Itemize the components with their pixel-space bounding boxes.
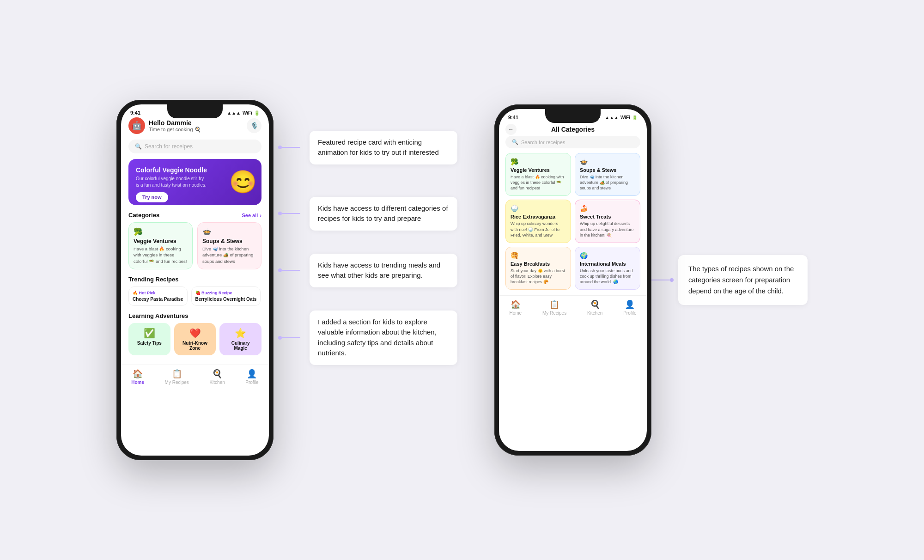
gc-name-2: Rice Extravaganza — [511, 214, 566, 219]
kitchen-label-1: Kitchen — [209, 380, 225, 385]
nav-kitchen-1[interactable]: 🍳 Kitchen — [209, 369, 225, 385]
avatar-emoji: 🤖 — [132, 121, 142, 131]
status-icons-2: ▲▲▲ WiFi 🔋 — [605, 115, 638, 120]
ann-bubble-1: Kids have access to different categories… — [310, 197, 457, 231]
gc-name-4: Easy Breakfasts — [511, 261, 566, 267]
gc-desc-0: Have a blast 🔥 cooking with veggies in t… — [511, 174, 566, 191]
search-bar-1[interactable]: 🔍 Search for receipes — [128, 140, 261, 153]
signal-icon-2: ▲▲▲ — [605, 115, 619, 120]
ann-dot-3 — [278, 336, 282, 340]
grid-sweet[interactable]: 🍰 Sweet Treats Whip up delightful desser… — [575, 200, 640, 243]
kitchen-icon-1: 🍳 — [212, 369, 222, 379]
trend-item-1[interactable]: 🍓 Buzzing Recipe Berrylicious Overnight … — [191, 286, 261, 306]
ann-dot-1 — [278, 212, 282, 215]
trend-item-0[interactable]: 🔥 Hot Pick Cheesy Pasta Paradise — [128, 286, 188, 306]
greeting-name: Hello Dammie — [149, 119, 201, 127]
back-button[interactable]: ← — [505, 124, 517, 135]
gc-name-1: Soups & Stews — [580, 167, 635, 173]
nav-home-2[interactable]: 🏠 Home — [509, 299, 522, 316]
try-now-button[interactable]: Try now — [136, 192, 168, 202]
safety-name: Safety Tips — [137, 341, 162, 346]
gc-desc-1: Dive 🤿 into the kitchen adventure 🏕️ of … — [580, 174, 635, 191]
learn-safety[interactable]: ✅ Safety Tips — [128, 323, 170, 355]
header-row: 🤖 Hello Dammie Time to get cooking 🍳 🎙️ — [128, 117, 261, 134]
kitchen-label-2: Kitchen — [587, 310, 602, 316]
home-label-2: Home — [509, 310, 522, 316]
gc-name-0: Veggie Ventures — [511, 167, 566, 173]
trend-badge-1: 🍓 Buzzing Recipe — [195, 291, 257, 295]
soups-name: Soups & Stews — [202, 238, 256, 244]
wifi-icon: WiFi — [243, 110, 252, 116]
search-icon-1: 🔍 — [135, 143, 142, 150]
nav-myrecipes-2[interactable]: 📋 My Recipes — [542, 299, 566, 316]
ann-bubble-3: I added a section for kids to explore va… — [310, 310, 457, 365]
kitchen-icon-2: 🍳 — [590, 299, 600, 310]
ann-line-1 — [278, 212, 300, 215]
myrecipes-label-1: My Recipes — [165, 380, 189, 385]
featured-card: Colorful Veggie Noodle Our colorful vegg… — [128, 159, 261, 205]
nav-kitchen-2[interactable]: 🍳 Kitchen — [587, 299, 602, 316]
mic-button[interactable]: 🎙️ — [247, 118, 261, 133]
nav-profile-1[interactable]: 👤 Profile — [245, 369, 258, 385]
culinary-icon: ⭐ — [235, 328, 246, 339]
trending-section-header: Trending Recipes — [128, 276, 261, 283]
home-icon-2: 🏠 — [511, 299, 521, 310]
battery-icon-2: 🔋 — [632, 115, 638, 120]
grid-rice[interactable]: 🍚 Rice Extravaganza Whip up culinary won… — [505, 200, 571, 243]
bottom-nav-1: 🏠 Home 📋 My Recipes 🍳 Kitchen 👤 Profile — [121, 365, 269, 387]
grid-soups[interactable]: 🍲 Soups & Stews Dive 🤿 into the kitchen … — [575, 153, 640, 196]
annotation-0: Featured recipe card with enticing anima… — [278, 131, 457, 164]
see-all-button[interactable]: See all › — [242, 213, 261, 218]
annotation-3: I added a section for kids to explore va… — [278, 310, 457, 365]
category-soups[interactable]: 🍲 Soups & Stews Dive 🤿 into the kitchen … — [197, 222, 261, 269]
trend-name-0: Cheesy Pasta Paradise — [133, 297, 183, 302]
veggie-desc: Have a blast 🔥 cooking with veggies in t… — [134, 246, 188, 264]
right-ann-dot — [670, 278, 674, 282]
gc-icon-4: 🥞 — [511, 252, 566, 259]
category-veggie[interactable]: 🥦 Veggie Ventures Have a blast 🔥 cooking… — [128, 222, 193, 269]
gc-icon-2: 🍚 — [511, 205, 566, 212]
time-2: 9:41 — [508, 115, 518, 120]
trending-title: Trending Recipes — [128, 276, 178, 283]
ann-hline-2 — [282, 270, 300, 271]
myrecipes-label-2: My Recipes — [542, 310, 566, 316]
grid-breakfast[interactable]: 🥞 Easy Breakfasts Start your day 🌞 with … — [505, 247, 571, 290]
profile-label-1: Profile — [245, 380, 258, 385]
home-icon-1: 🏠 — [133, 369, 143, 379]
nutri-name: Nutri-Know Zone — [179, 341, 212, 351]
right-ann-hline — [651, 280, 670, 280]
featured-emoji: 😊 — [229, 169, 257, 195]
profile-icon-2: 👤 — [625, 299, 635, 310]
profile-label-2: Profile — [623, 310, 636, 316]
nutri-icon: ❤️ — [189, 328, 201, 339]
soups-icon: 🍲 — [202, 227, 256, 236]
learn-culinary[interactable]: ⭐ Culinary Magic — [219, 323, 261, 355]
search-bar-2[interactable]: 🔍 Search for receipes — [505, 136, 640, 148]
categories-grid: 🥦 Veggie Ventures Have a blast 🔥 cooking… — [505, 153, 640, 290]
grid-international[interactable]: 🌍 International Meals Unleash your taste… — [575, 247, 640, 290]
ann-line-0 — [278, 146, 300, 149]
myrecipes-icon-1: 📋 — [172, 369, 182, 379]
ann-hline-0 — [282, 147, 300, 148]
trend-name-1: Berrylicious Overnight Oats — [195, 297, 257, 302]
learning-section-header: Learning Adventures — [128, 312, 261, 319]
search-placeholder-1: Search for receipes — [145, 143, 193, 150]
annotations-panel: Featured recipe card with enticing anima… — [278, 195, 457, 365]
notch — [167, 104, 223, 118]
search-placeholder-2: Search for receipes — [521, 140, 565, 145]
categories-section-header: Categories See all › — [128, 212, 261, 219]
ann-bubble-0: Featured recipe card with enticing anima… — [310, 131, 457, 164]
gc-icon-1: 🍲 — [580, 158, 635, 165]
gc-icon-3: 🍰 — [580, 205, 635, 212]
nav-home-1[interactable]: 🏠 Home — [131, 369, 144, 385]
myrecipes-icon-2: 📋 — [549, 299, 559, 310]
chevron-right-icon: › — [260, 213, 261, 218]
annotation-1: Kids have access to different categories… — [278, 197, 457, 231]
learn-nutri[interactable]: ❤️ Nutri-Know Zone — [174, 323, 216, 355]
nav-myrecipes-1[interactable]: 📋 My Recipes — [165, 369, 189, 385]
nav-profile-2[interactable]: 👤 Profile — [623, 299, 636, 316]
phone-1: 9:41 ▲▲▲ WiFi 🔋 🤖 — [116, 100, 274, 460]
phone-2: 9:41 ▲▲▲ WiFi 🔋 ← All Categories — [494, 104, 651, 456]
grid-veggie[interactable]: 🥦 Veggie Ventures Have a blast 🔥 cooking… — [505, 153, 571, 196]
veggie-name: Veggie Ventures — [134, 238, 188, 244]
